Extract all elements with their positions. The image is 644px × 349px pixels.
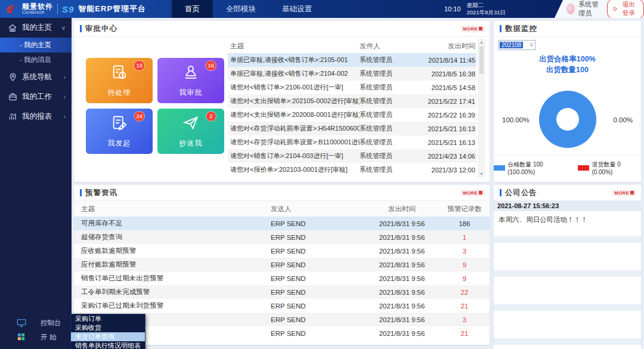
context-menu-item-1[interactable]: 采购收货 — [71, 323, 145, 332]
alert-row[interactable]: 可用库存不足ERP SEND2021/8/31 9:56186 — [74, 217, 490, 230]
chevron-right-icon: › — [64, 74, 66, 81]
sidebar-item-0[interactable]: 我的主页∨ — [0, 18, 72, 38]
chevron-right-icon: › — [64, 113, 66, 120]
nav-tab-1[interactable]: 全部模块 — [213, 0, 269, 18]
sidebar-bottom-0[interactable]: 控制台 — [0, 316, 72, 330]
alert-row[interactable]: 销售订单已过期未出货预警ERP SEND2021/8/31 9:569 — [74, 271, 490, 285]
tile-badge: 19 — [134, 61, 144, 70]
approval-row[interactable]: 请您对<存货浮动耗损率设置>:B11000001进行[审核]系统管理员2021/… — [228, 135, 476, 149]
approval-tile-0[interactable]: 19待处理 — [86, 58, 153, 103]
alert-row[interactable]: 采购订单已过期未到货预警ERP SEND2021/8/31 9:5621 — [74, 299, 490, 313]
context-menu-item-0[interactable]: 采购订单 — [71, 314, 145, 323]
col-sender: 发件人 — [360, 42, 414, 51]
alert-row[interactable]: 应付账款逾期预警ERP SEND2021/8/31 9:569 — [74, 258, 490, 271]
cell-subject: 销售订单已过期未出货预警 — [74, 274, 271, 283]
tile-badge: 24 — [134, 112, 144, 121]
context-menu: 采购订单采购收货未交订单查询销售单执行情况明细表 — [70, 314, 145, 349]
cell-sender: ERP SEND — [271, 248, 357, 255]
approval-table-header: 主题发件人发出时间 — [228, 39, 476, 53]
nav-tab-2[interactable]: 基础设置 — [269, 0, 325, 18]
user-avatar[interactable] — [566, 4, 575, 14]
sidebar-bottom-label: 开 始 — [41, 333, 56, 342]
scroll-down-icon[interactable]: ▼ — [479, 172, 484, 176]
col-time: 发出时间 — [357, 205, 447, 214]
cell-subject: 请您对<报价单>:202103-0001进行[审核] — [228, 165, 360, 174]
brand-divider — [57, 4, 58, 14]
tile-label: 待处理 — [86, 88, 153, 98]
approval-tile-3[interactable]: 2抄送我 — [157, 109, 224, 154]
approval-more-button[interactable]: MORE — [461, 26, 485, 32]
sidebar-item-3[interactable]: 我的报表› — [0, 107, 72, 126]
approval-title-bar: 审批中心 MORE — [74, 21, 490, 37]
sidebar-bottom-1[interactable]: 开 始 — [0, 330, 72, 344]
approval-row[interactable]: 请您对<销售订单>:2104-003进行[一审]系统管理员2021/4/23 1… — [228, 149, 476, 163]
notice-text[interactable]: 本周六、周日公司活动！！！ — [494, 211, 641, 236]
sidebar-subitem-0-0[interactable]: - 我的主页 — [0, 38, 72, 52]
approval-row[interactable]: 单据已审核,请接收<销售订单>:2105-001系统管理员2021/8/14 1… — [228, 53, 476, 67]
cell-time: 2021/4/23 14:06 — [414, 153, 476, 160]
alert-row[interactable]: 应收账款逾期预警ERP SEND2021/8/31 9:563 — [74, 244, 490, 258]
cell-sender: ERP SEND — [271, 302, 357, 310]
alert-row[interactable]: 工令单到期未完成预警ERP SEND2021/8/31 9:5622 — [74, 285, 490, 299]
chevron-down-icon: ᐯ — [530, 42, 535, 48]
approval-tile-2[interactable]: 24我发起 — [86, 109, 153, 154]
alerts-more-button[interactable]: MORE — [461, 190, 485, 196]
period-value: 202108 — [500, 42, 523, 48]
company-logo-icon — [5, 2, 18, 16]
user-name: 系统管理员 — [578, 0, 603, 18]
col-sender: 发送人 — [271, 205, 357, 214]
approval-scrollbar[interactable]: ▲ ▼ — [478, 39, 485, 177]
cell-subject: 单据已审核,请接收<销售订单>:2104-002 — [228, 69, 360, 78]
context-menu-item-3[interactable]: 销售单执行情况明细表 — [71, 341, 145, 349]
brand-text: 顺景软件 Centersoft — [22, 3, 53, 16]
doc-pen-icon — [111, 115, 128, 133]
sidebar-item-2[interactable]: 我的工作› — [0, 87, 72, 107]
cell-subject: 请您对<销售订单>:2104-003进行[一审] — [228, 152, 360, 160]
approval-row[interactable]: 单据已审核,请接收<销售订单>:2104-002系统管理员2021/8/5 16… — [228, 67, 476, 81]
more-icon — [479, 191, 482, 194]
tile-label: 我发起 — [86, 138, 153, 149]
title-accent-bar — [500, 25, 501, 32]
cell-count: 3 — [447, 248, 490, 255]
legend-label: 合格数量 100 (100.00%) — [507, 160, 569, 175]
cell-time: 2021/8/31 9:56 — [357, 234, 447, 241]
cell-subject: 应收账款逾期预警 — [74, 246, 271, 255]
scrollbar-thumb[interactable] — [479, 47, 484, 74]
cell-subject: 单据已审核,请接收<销售订单>:2105-001 — [228, 55, 360, 64]
console-icon — [17, 318, 26, 328]
more-label: MORE — [463, 190, 478, 196]
cell-time: 2021/8/31 9:56 — [357, 316, 447, 323]
approval-row[interactable]: 请您对<支出报销单>:202008-0001进行[审核]系统管理员2021/5/… — [228, 108, 476, 122]
sidebar-subitem-0-1[interactable]: - 我的消息 — [0, 52, 72, 67]
chevron-right-icon: › — [64, 94, 66, 100]
alert-row[interactable]: 超储存货查询ERP SEND2021/8/31 9:561 — [74, 230, 490, 244]
monitor-title: 数据监控 — [505, 24, 636, 34]
weekday: 星期二 — [467, 2, 506, 9]
cell-sender: 系统管理员 — [360, 83, 414, 92]
nav-tab-0[interactable]: 首页 — [172, 0, 213, 18]
sidebar-item-1[interactable]: 系统导航› — [0, 67, 72, 87]
cell-sender: ERP SEND — [271, 275, 357, 282]
col-subject: 主题 — [74, 205, 271, 214]
more-label: MORE — [463, 26, 478, 32]
cell-time: 2021/8/14 11:45 — [414, 57, 476, 64]
context-menu-item-2[interactable]: 未交订单查询 — [71, 332, 145, 341]
doc-clock-icon — [111, 64, 128, 82]
tile-label: 抄送我 — [157, 138, 224, 149]
donut-right-label: 0.00% — [613, 116, 633, 123]
stamp-icon — [182, 64, 199, 82]
approval-tile-1[interactable]: 16我审批 — [157, 58, 224, 103]
cell-subject: 请您对<存货浮动耗损率设置>:H54R15006002进行[审核] — [228, 124, 360, 133]
approval-row[interactable]: 请您对<报价单>:202103-0001进行[审核]系统管理员2021/3/3 … — [228, 163, 476, 177]
scroll-up-icon[interactable]: ▲ — [479, 40, 484, 44]
approval-row[interactable]: 请您对<支出报销单>:202105-0002进行[审核]系统管理员2021/5/… — [228, 94, 476, 108]
tile-badge: 2 — [206, 112, 216, 121]
period-select[interactable]: 202108 ᐯ — [499, 40, 535, 50]
logout-button[interactable]: 退出登录 — [607, 0, 644, 19]
brand-subtitle: Centersoft — [22, 10, 53, 15]
sidebar-bottom-label: 控制台 — [41, 319, 61, 328]
notice-more-button[interactable]: MORE — [612, 190, 637, 196]
approval-row[interactable]: 请您对<销售订单>:2106-001进行[一审]系统管理员2021/6/5 14… — [228, 81, 476, 94]
approval-row[interactable]: 请您对<存货浮动耗损率设置>:H54R15006002进行[审核]系统管理员20… — [228, 122, 476, 135]
approval-center-panel: 审批中心 MORE 19待处理16我审批24我发起2抄送我 主题发件人发出时间单… — [74, 21, 490, 182]
